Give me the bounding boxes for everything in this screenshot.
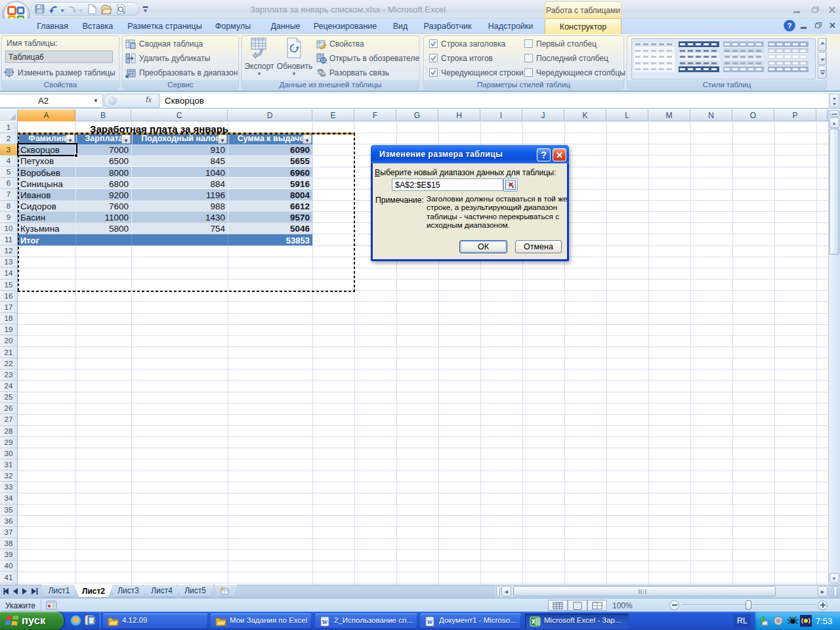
svg-text:W: W xyxy=(427,619,433,625)
svg-text:?: ? xyxy=(788,22,792,30)
svg-text:W: W xyxy=(322,619,328,625)
